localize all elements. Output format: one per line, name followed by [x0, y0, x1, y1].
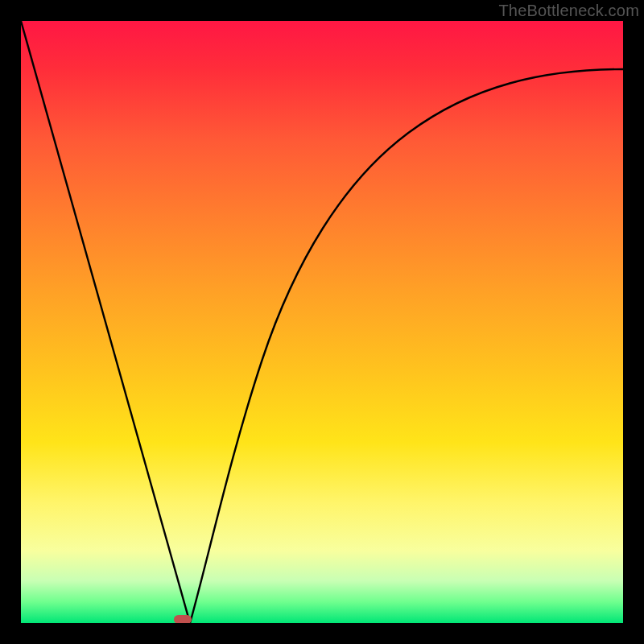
curve-right-segment	[190, 69, 623, 623]
watermark-text: TheBottleneck.com	[498, 2, 639, 20]
chart-frame: TheBottleneck.com	[0, 0, 644, 644]
curve-left-segment	[21, 21, 190, 623]
plot-area	[21, 21, 623, 623]
bottleneck-marker	[174, 615, 192, 623]
curve-layer	[21, 21, 623, 623]
